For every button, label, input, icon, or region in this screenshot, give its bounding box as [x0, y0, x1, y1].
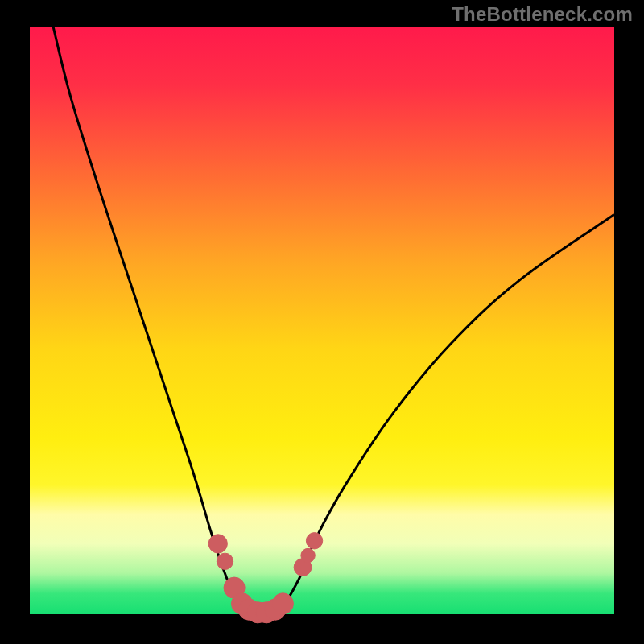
curve-marker	[208, 535, 227, 553]
curve-marker	[301, 548, 315, 562]
curve-marker	[272, 593, 293, 614]
curve-marker	[306, 533, 322, 549]
bottleneck-chart	[0, 0, 644, 644]
watermark-label: TheBottleneck.com	[452, 3, 633, 26]
curve-marker	[217, 553, 233, 569]
chart-frame: TheBottleneck.com	[0, 0, 644, 644]
